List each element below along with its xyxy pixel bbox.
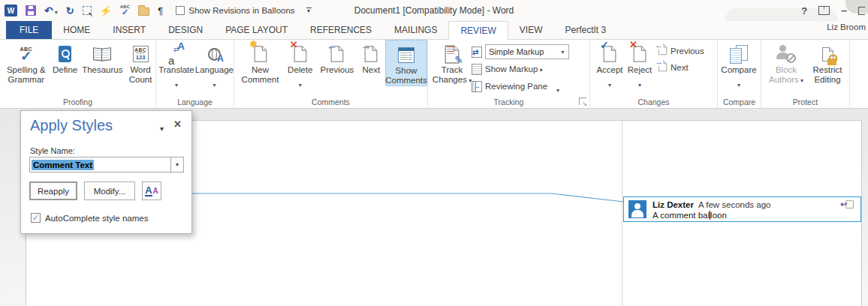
next-comment-button[interactable]: Next bbox=[357, 40, 385, 75]
comment-column-separator bbox=[622, 121, 622, 306]
combobox-dropdown-arrow-icon[interactable] bbox=[557, 45, 568, 58]
reviewing-pane-button[interactable]: Reviewing Pane bbox=[472, 79, 569, 94]
maximize-icon[interactable] bbox=[858, 7, 865, 15]
tab-insert[interactable]: INSERT bbox=[101, 21, 157, 39]
modify-button[interactable]: Modify... bbox=[84, 182, 135, 200]
show-markup-icon bbox=[472, 64, 482, 75]
open-folder-icon[interactable] bbox=[138, 8, 149, 16]
word-logo-icon bbox=[5, 4, 17, 16]
group-compare: Compare Compare bbox=[718, 40, 761, 108]
group-tracking: Track Changes Simple Markup Show Markup bbox=[428, 40, 590, 108]
language-icon bbox=[208, 43, 221, 65]
pilcrow-icon[interactable] bbox=[158, 4, 163, 17]
close-icon[interactable] bbox=[173, 117, 182, 130]
show-comments-button[interactable]: Show Comments bbox=[385, 40, 427, 86]
autocomplete-toggle[interactable]: AutoComplete style names bbox=[31, 213, 148, 223]
track-changes-icon bbox=[444, 43, 460, 65]
comment-timestamp: A few seconds ago bbox=[698, 200, 771, 209]
block-authors-icon bbox=[776, 43, 796, 65]
undo-button[interactable] bbox=[44, 4, 58, 17]
dropdown-arrow-icon bbox=[638, 76, 641, 82]
tab-view[interactable]: VIEW bbox=[508, 21, 554, 39]
tab-home[interactable]: HOME bbox=[52, 21, 101, 39]
comment-anchor-line bbox=[191, 188, 624, 204]
reviewing-pane-icon bbox=[472, 81, 482, 92]
group-label-changes: Changes bbox=[590, 98, 717, 106]
comment-text[interactable]: A comment balloon bbox=[653, 210, 771, 220]
ribbon-display-options-icon[interactable] bbox=[818, 6, 830, 15]
compare-button[interactable]: Compare bbox=[718, 40, 760, 82]
translate-icon bbox=[167, 43, 185, 65]
reapply-button[interactable]: Reapply bbox=[29, 182, 77, 200]
new-comment-button[interactable]: New Comment bbox=[237, 40, 283, 85]
previous-change-button[interactable]: Previous bbox=[658, 45, 704, 57]
translate-button[interactable]: Translate bbox=[158, 40, 195, 82]
next-change-button[interactable]: Next bbox=[658, 62, 704, 74]
show-revisions-label: Show Revisions in Balloons bbox=[188, 6, 294, 15]
restrict-editing-button[interactable]: Restrict Editing bbox=[808, 40, 847, 85]
undo-dropdown-arrow-icon[interactable] bbox=[55, 4, 58, 17]
tab-perfectit[interactable]: PerfectIt 3 bbox=[553, 21, 617, 39]
define-icon bbox=[59, 43, 71, 65]
select-objects-icon[interactable] bbox=[83, 6, 92, 15]
tab-mailings[interactable]: MAILINGS bbox=[383, 21, 448, 39]
quick-action-icon[interactable] bbox=[100, 4, 112, 17]
tab-references[interactable]: REFERENCES bbox=[299, 21, 383, 39]
dialog-dropdown-arrow-icon[interactable] bbox=[160, 121, 164, 134]
group-label-tracking: Tracking bbox=[428, 98, 589, 106]
word-count-button[interactable]: ABC123 Word Count bbox=[125, 40, 155, 85]
title-bar: Document1 [Compatibility Mode] - Word Sh… bbox=[0, 0, 868, 21]
dropdown-arrow-icon bbox=[737, 76, 740, 82]
redo-icon[interactable] bbox=[66, 4, 74, 17]
comment-balloon[interactable]: Liz DexterA few seconds ago A comment ba… bbox=[623, 196, 861, 222]
style-name-combobox[interactable]: Comment Text bbox=[29, 157, 184, 172]
group-changes: Accept Reject Previous Next Changes bbox=[590, 40, 718, 108]
show-markup-button[interactable]: Show Markup bbox=[472, 62, 569, 76]
comment-author: Liz Dexter bbox=[653, 200, 694, 209]
minimize-icon[interactable] bbox=[841, 4, 847, 17]
combobox-dropdown-arrow-icon[interactable] bbox=[170, 158, 183, 172]
previous-comment-button[interactable]: Previous bbox=[317, 40, 357, 75]
spellcheck-icon[interactable] bbox=[120, 5, 130, 16]
previous-comment-icon bbox=[330, 43, 345, 65]
apply-styles-dialog[interactable]: Apply Styles Style Name: Comment Text Re… bbox=[20, 110, 192, 234]
spelling-grammar-button[interactable]: ABC Spelling & Grammar bbox=[2, 40, 51, 85]
user-name[interactable]: Liz Broom bbox=[827, 22, 866, 32]
tab-file[interactable]: FILE bbox=[6, 21, 52, 39]
dropdown-arrow-icon bbox=[556, 82, 559, 88]
tab-review[interactable]: REVIEW bbox=[448, 21, 508, 40]
compare-icon bbox=[730, 43, 748, 65]
define-button[interactable]: Define bbox=[51, 40, 80, 75]
group-label-proofing: Proofing bbox=[0, 98, 155, 106]
save-icon[interactable] bbox=[26, 5, 36, 16]
tracking-dialog-launcher-icon[interactable] bbox=[579, 98, 586, 105]
group-label-protect: Protect bbox=[761, 98, 849, 106]
reply-comment-icon[interactable] bbox=[840, 200, 854, 210]
undo-icon[interactable] bbox=[44, 4, 53, 17]
thesaurus-button[interactable]: Thesaurus bbox=[79, 40, 125, 75]
help-icon[interactable] bbox=[801, 4, 807, 17]
accept-button[interactable]: Accept bbox=[595, 40, 625, 82]
group-label-compare: Compare bbox=[718, 98, 761, 106]
tab-page-layout[interactable]: PAGE LAYOUT bbox=[214, 21, 299, 39]
display-for-review-row: Simple Markup bbox=[472, 44, 569, 59]
ribbon-tab-bar: FILE HOME INSERT DESIGN PAGE LAYOUT REFE… bbox=[0, 21, 868, 40]
display-for-review-combobox[interactable]: Simple Markup bbox=[485, 44, 569, 59]
spelling-grammar-icon: ABC bbox=[20, 43, 33, 65]
show-revisions-checkbox[interactable] bbox=[176, 6, 185, 15]
delete-comment-button[interactable]: Delete bbox=[283, 40, 317, 82]
group-label-comments: Comments bbox=[234, 98, 427, 106]
show-comments-icon bbox=[398, 44, 414, 66]
track-changes-button[interactable]: Track Changes bbox=[432, 40, 472, 86]
qat-customize-arrow-icon[interactable] bbox=[306, 8, 312, 14]
group-label-language: Language bbox=[156, 98, 234, 106]
avatar bbox=[628, 200, 646, 218]
show-revisions-in-balloons-toggle[interactable]: Show Revisions in Balloons bbox=[176, 6, 294, 15]
autocomplete-checkbox[interactable] bbox=[31, 213, 41, 223]
tab-design[interactable]: DESIGN bbox=[157, 21, 214, 39]
style-name-value[interactable]: Comment Text bbox=[30, 160, 170, 170]
styles-aa-button[interactable] bbox=[142, 182, 161, 200]
language-button[interactable]: Language bbox=[195, 40, 234, 82]
styles-aa-icon bbox=[145, 185, 152, 196]
reject-button[interactable]: Reject bbox=[625, 40, 655, 82]
